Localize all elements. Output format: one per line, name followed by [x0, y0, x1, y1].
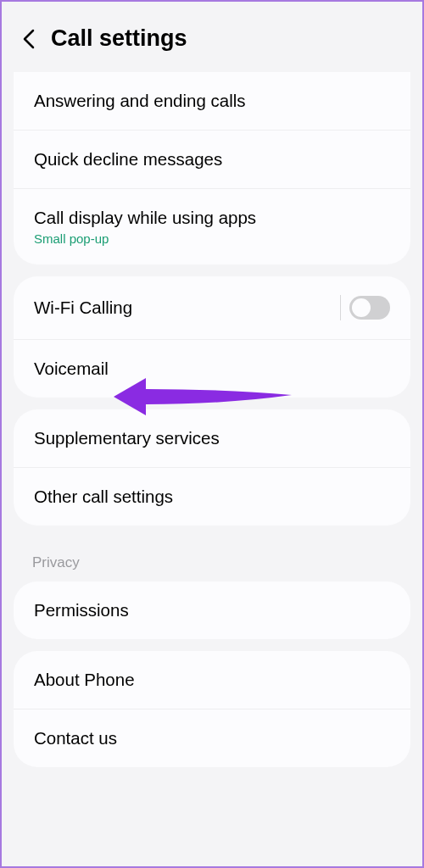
- item-supplementary-services[interactable]: Supplementary services: [14, 409, 410, 468]
- privacy-header: Privacy: [2, 537, 422, 581]
- item-quick-decline[interactable]: Quick decline messages: [14, 131, 410, 189]
- item-label: Call display while using apps: [34, 208, 390, 228]
- item-label: Contact us: [34, 728, 390, 748]
- section-wifi-voicemail: Wi-Fi Calling Voicemail: [14, 276, 410, 398]
- item-sublabel: Small pop-up: [34, 231, 390, 246]
- item-label: Permissions: [34, 600, 390, 620]
- item-contact-us[interactable]: Contact us: [14, 709, 410, 767]
- item-permissions[interactable]: Permissions: [14, 581, 410, 639]
- section-privacy: Permissions: [14, 581, 410, 639]
- item-other-call-settings[interactable]: Other call settings: [14, 468, 410, 526]
- item-label: Answering and ending calls: [34, 91, 390, 111]
- back-icon[interactable]: [22, 28, 36, 50]
- item-wifi-calling[interactable]: Wi-Fi Calling: [14, 276, 410, 340]
- toggle-knob: [352, 298, 371, 317]
- toggle-group: [340, 295, 390, 320]
- header: Call settings: [2, 2, 422, 72]
- item-call-display[interactable]: Call display while using apps Small pop-…: [14, 189, 410, 264]
- section-calls: Answering and ending calls Quick decline…: [14, 72, 410, 264]
- item-label: Wi-Fi Calling: [34, 298, 132, 318]
- wifi-calling-toggle[interactable]: [349, 296, 390, 320]
- item-label: Quick decline messages: [34, 149, 390, 170]
- section-other: Supplementary services Other call settin…: [14, 409, 410, 526]
- item-label: Voicemail: [34, 359, 390, 379]
- section-about: About Phone Contact us: [14, 651, 410, 767]
- page-title: Call settings: [51, 25, 187, 52]
- item-answering-ending[interactable]: Answering and ending calls: [14, 72, 410, 131]
- item-voicemail[interactable]: Voicemail: [14, 340, 410, 398]
- item-label: About Phone: [34, 670, 390, 690]
- item-label: Other call settings: [34, 487, 390, 507]
- toggle-divider: [340, 295, 341, 320]
- item-about-phone[interactable]: About Phone: [14, 651, 410, 709]
- item-label: Supplementary services: [34, 428, 390, 448]
